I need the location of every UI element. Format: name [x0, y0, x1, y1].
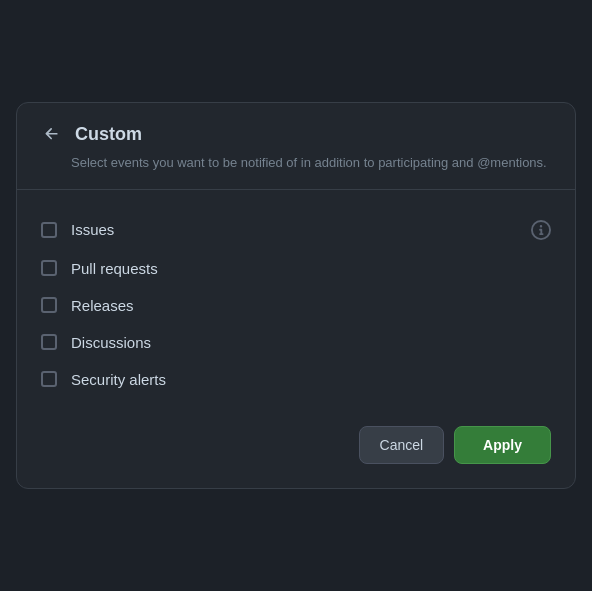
back-button[interactable]	[41, 123, 63, 145]
option-item-releases: Releases	[41, 287, 551, 324]
option-left-security-alerts: Security alerts	[41, 371, 166, 388]
dialog-footer: Cancel Apply	[17, 410, 575, 488]
option-left-discussions: Discussions	[41, 334, 151, 351]
label-discussions[interactable]: Discussions	[71, 334, 151, 351]
option-item-pull-requests: Pull requests	[41, 250, 551, 287]
options-list: Issues Pull requests Releases D	[17, 198, 575, 410]
header-divider	[17, 189, 575, 190]
label-security-alerts[interactable]: Security alerts	[71, 371, 166, 388]
label-issues[interactable]: Issues	[71, 221, 114, 238]
dialog-description: Select events you want to be notified of…	[71, 153, 551, 173]
option-left-releases: Releases	[41, 297, 134, 314]
option-item-issues: Issues	[41, 210, 551, 250]
custom-notifications-dialog: Custom Select events you want to be noti…	[16, 102, 576, 489]
label-pull-requests[interactable]: Pull requests	[71, 260, 158, 277]
option-item-security-alerts: Security alerts	[41, 361, 551, 398]
checkbox-pull-requests[interactable]	[41, 260, 57, 276]
info-icon-issues[interactable]	[531, 220, 551, 240]
dialog-header: Custom Select events you want to be noti…	[17, 103, 575, 189]
option-item-discussions: Discussions	[41, 324, 551, 361]
checkbox-releases[interactable]	[41, 297, 57, 313]
checkbox-discussions[interactable]	[41, 334, 57, 350]
option-left-issues: Issues	[41, 221, 114, 238]
checkbox-issues[interactable]	[41, 222, 57, 238]
cancel-button[interactable]: Cancel	[359, 426, 445, 464]
header-top: Custom	[41, 123, 551, 145]
label-releases[interactable]: Releases	[71, 297, 134, 314]
option-left-pull-requests: Pull requests	[41, 260, 158, 277]
dialog-title: Custom	[75, 124, 142, 145]
apply-button[interactable]: Apply	[454, 426, 551, 464]
checkbox-security-alerts[interactable]	[41, 371, 57, 387]
